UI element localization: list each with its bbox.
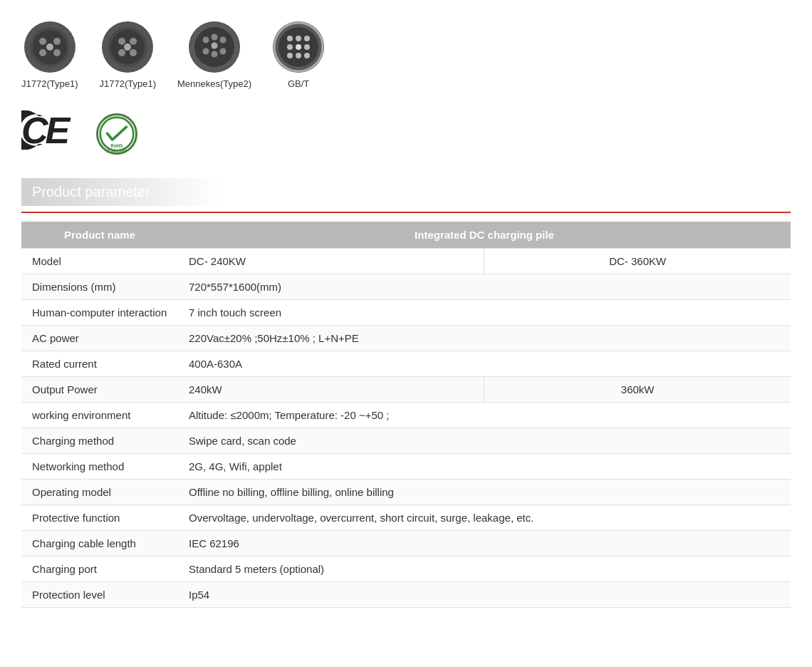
connector-gbt: GB/T <box>273 21 324 89</box>
param-label: Protection level <box>21 582 178 608</box>
svg-point-27 <box>304 36 310 41</box>
param-value2: DC- 360KW <box>484 249 791 274</box>
connector-j1772a: J1772(Type1) <box>21 21 78 89</box>
header-col2: Integrated DC charging pile <box>178 222 791 249</box>
svg-point-26 <box>296 36 301 41</box>
svg-text:CE: CE <box>21 110 71 150</box>
param-value: 2G, 4G, Wifi, applet <box>178 454 791 480</box>
param-value: 7 inch touch screen <box>178 300 791 326</box>
param-label: Rated current <box>21 351 178 377</box>
svg-point-6 <box>46 43 53 51</box>
table-row: Operating modelOffline no billing, offli… <box>21 480 791 505</box>
table-header-row: Product name Integrated DC charging pile <box>21 222 791 249</box>
section-divider <box>21 212 791 213</box>
param-value: Standard 5 meters (optional) <box>178 557 791 582</box>
param-label: Dimensions (mm) <box>21 274 178 300</box>
param-value: Offline no billing, offline billing, onl… <box>178 480 791 505</box>
section-heading-wrapper: Product parameter <box>21 178 791 206</box>
param-value: 400A-630A <box>178 351 791 377</box>
param-value: 240kW <box>178 377 484 403</box>
svg-point-33 <box>304 53 310 58</box>
svg-text:COMPLIANT: COMPLIANT <box>106 150 127 152</box>
svg-point-19 <box>203 48 209 55</box>
param-label: Protective function <box>21 505 178 531</box>
svg-point-11 <box>118 49 125 56</box>
param-label: Networking method <box>21 454 178 480</box>
svg-point-3 <box>53 38 61 45</box>
connector-label-j1772a: J1772(Type1) <box>21 78 78 89</box>
connector-mennekes: Mennekes(Type2) <box>177 21 251 89</box>
svg-point-10 <box>130 38 137 45</box>
param-label: working environment <box>21 403 178 428</box>
table-row: Protection levelIp54 <box>21 582 791 608</box>
param-value: Ip54 <box>178 582 791 608</box>
certifications-section: CE RoHS COMPLIANT <box>21 110 791 157</box>
svg-point-16 <box>203 37 209 43</box>
svg-point-32 <box>296 53 301 58</box>
connector-label-j1772b: J1772(Type1) <box>100 78 157 89</box>
param-label: Model <box>21 249 178 274</box>
param-label: Charging method <box>21 428 178 454</box>
svg-point-17 <box>212 34 218 41</box>
svg-point-4 <box>39 49 46 56</box>
table-row: Charging cable lengthIEC 62196 <box>21 531 791 557</box>
connector-label-gbt: GB/T <box>288 78 309 89</box>
svg-text:RoHS: RoHS <box>110 143 123 148</box>
connector-label-mennekes: Mennekes(Type2) <box>177 78 251 89</box>
param-label: Charging cable length <box>21 531 178 557</box>
svg-point-29 <box>296 44 301 50</box>
ce-badge: CE <box>21 110 85 157</box>
section-title: Product parameter <box>32 184 150 200</box>
table-row: Output Power240kW360kW <box>21 377 791 403</box>
svg-point-5 <box>53 49 61 56</box>
table-row: Charging methodSwipe card, scan code <box>21 428 791 454</box>
connector-icon-mennekes <box>189 21 240 73</box>
param-value: Swipe card, scan code <box>178 428 791 454</box>
param-value: 720*557*1600(mm) <box>178 274 791 300</box>
svg-point-12 <box>130 49 137 56</box>
svg-point-13 <box>124 43 131 51</box>
svg-point-28 <box>287 44 293 50</box>
param-value: Overvoltage, undervoltage, overcurrent, … <box>178 505 791 531</box>
table-row: working environmentAltitude: ≤2000m; Tem… <box>21 403 791 428</box>
param-label: Charging port <box>21 557 178 582</box>
param-label: AC power <box>21 326 178 351</box>
table-row: Rated current400A-630A <box>21 351 791 377</box>
section-heading: Product parameter <box>21 178 221 206</box>
svg-point-20 <box>212 51 218 58</box>
param-value: DC- 240KW <box>178 249 484 274</box>
svg-point-31 <box>287 53 293 58</box>
param-label: Operating model <box>21 480 178 505</box>
table-row: Dimensions (mm)720*557*1600(mm) <box>21 274 791 300</box>
param-label: Output Power <box>21 377 178 403</box>
table-row: AC power220Vac±20% ;50Hz±10% ; L+N+PE <box>21 326 791 351</box>
svg-point-30 <box>304 44 310 50</box>
rohs-badge: RoHS COMPLIANT <box>96 113 137 155</box>
svg-point-9 <box>118 38 125 45</box>
svg-point-22 <box>212 43 218 49</box>
table-row: Protective functionOvervoltage, undervol… <box>21 505 791 531</box>
svg-point-18 <box>220 37 227 43</box>
table-row: Charging portStandard 5 meters (optional… <box>21 557 791 582</box>
connector-icon-j1772b <box>102 21 153 73</box>
table-row: ModelDC- 240KWDC- 360KW <box>21 249 791 274</box>
svg-point-21 <box>220 48 227 55</box>
table-row: Networking method2G, 4G, Wifi, applet <box>21 454 791 480</box>
param-value2: 360kW <box>484 377 791 403</box>
connector-j1772b: J1772(Type1) <box>100 21 157 89</box>
header-col1: Product name <box>21 222 178 249</box>
table-row: Human-computer interaction7 inch touch s… <box>21 300 791 326</box>
param-value: IEC 62196 <box>178 531 791 557</box>
param-table: Product name Integrated DC charging pile… <box>21 222 791 608</box>
svg-point-25 <box>287 36 293 41</box>
svg-point-2 <box>39 38 46 45</box>
param-label: Human-computer interaction <box>21 300 178 326</box>
connectors-section: J1772(Type1) J1772(Type1) <box>21 14 791 96</box>
connector-icon-gbt <box>273 21 324 73</box>
param-value: Altitude: ≤2000m; Temperature: -20 ~+50 … <box>178 403 791 428</box>
connector-icon-j1772a <box>24 21 76 73</box>
param-value: 220Vac±20% ;50Hz±10% ; L+N+PE <box>178 326 791 351</box>
